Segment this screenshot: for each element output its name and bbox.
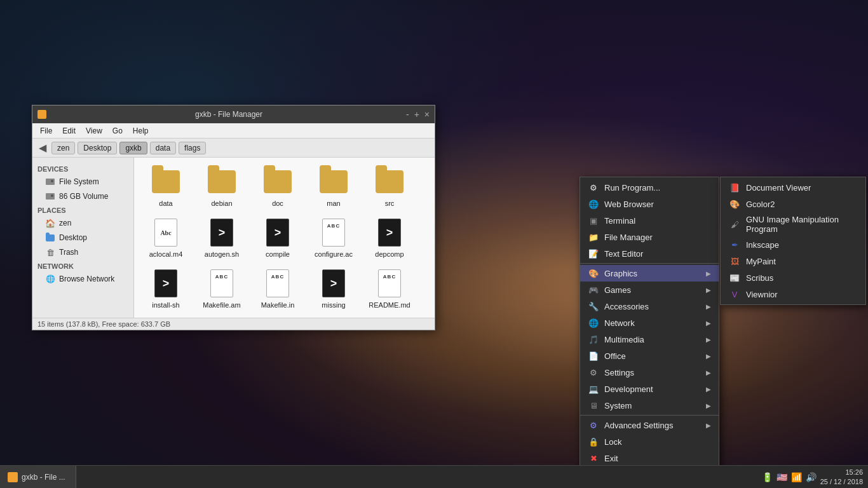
submenu-inkscape[interactable]: ✒ Inkscape	[721, 236, 865, 253]
submenu-label-viewnior: Viewnior	[746, 290, 778, 299]
file-item-src[interactable]: src	[364, 164, 415, 210]
ctx-run-program[interactable]: ⚙ Run Program...	[580, 179, 719, 196]
abc-icon-readme: ABC	[374, 268, 405, 299]
file-manager-content: DEVICES File System 86 GB Volume PLACES …	[32, 158, 435, 318]
sidebar-item-trash[interactable]: 🗑 Trash	[35, 245, 131, 259]
text-icon-aclocal: Abc	[151, 217, 181, 248]
ctx-label-accessories: Accessories	[604, 302, 649, 311]
ctx-exit[interactable]: ✖ Exit	[580, 450, 719, 466]
file-item-readme[interactable]: ABC README.md	[364, 266, 415, 311]
app-icon	[37, 110, 46, 119]
file-label-autogen: autogen.sh	[205, 250, 239, 258]
sidebar-item-browse-network[interactable]: 🌐 Browse Network	[35, 272, 131, 286]
file-item-autogen[interactable]: > autogen.sh	[196, 215, 247, 261]
ctx-separator-1	[580, 263, 719, 264]
submenu-gcolor2[interactable]: 🎨 Gcolor2	[721, 196, 865, 212]
menu-view[interactable]: View	[81, 125, 107, 137]
ctx-lock[interactable]: 🔒 Lock	[580, 433, 719, 450]
ctx-arrow-office: ▶	[706, 353, 711, 360]
network-icon: 🌐	[588, 317, 599, 329]
back-button[interactable]: ◀	[36, 142, 49, 154]
desktop-folder-icon	[45, 233, 55, 243]
file-label-man: man	[327, 200, 340, 207]
script-icon-depcomp: >	[374, 217, 405, 248]
submenu-gimp[interactable]: 🖌 GNU Image Manipulation Program	[721, 212, 865, 236]
maximize-button[interactable]: +	[414, 110, 419, 119]
minimize-button[interactable]: -	[406, 110, 409, 119]
file-label-src: src	[385, 200, 395, 207]
taskbar-file-manager[interactable]: gxkb - File ...	[0, 466, 76, 488]
file-item-compile[interactable]: > compile	[252, 215, 303, 261]
file-item-makefile-am[interactable]: ABC Makefile.am	[196, 266, 247, 311]
file-item-depcomp[interactable]: > depcomp	[364, 215, 415, 261]
ctx-network[interactable]: 🌐 Network ▶	[580, 315, 719, 331]
ctx-advanced-settings[interactable]: ⚙ Advanced Settings ▶	[580, 417, 719, 433]
status-text: 15 items (137.8 kB), Free space: 633.7 G…	[37, 320, 170, 328]
terminal-icon: ▣	[588, 215, 599, 226]
file-item-install-sh[interactable]: > install-sh	[140, 266, 191, 311]
ctx-development[interactable]: 💻 Development ▶	[580, 381, 719, 397]
file-item-doc[interactable]: doc	[252, 164, 303, 210]
ctx-label-system: System	[604, 401, 632, 410]
menu-edit[interactable]: Edit	[57, 125, 81, 137]
ctx-text-editor[interactable]: 📝 Text Editor	[580, 245, 719, 262]
battery-icon[interactable]: 🔋	[762, 472, 773, 482]
ctx-label-advanced-settings: Advanced Settings	[604, 421, 673, 430]
menu-go[interactable]: Go	[107, 125, 128, 137]
ctx-office[interactable]: 📄 Office ▶	[580, 348, 719, 364]
file-item-data[interactable]: data	[140, 164, 191, 210]
sidebar-item-desktop[interactable]: Desktop	[35, 231, 131, 245]
clock-date: 25 / 12 / 2018	[820, 477, 863, 486]
folder-icon-debian	[207, 166, 237, 197]
sidebar-item-filesystem[interactable]: File System	[35, 175, 131, 189]
window-titlebar: gxkb - File Manager - + ×	[32, 105, 435, 123]
submenu-document-viewer[interactable]: 📕 Document Viewer	[721, 179, 865, 196]
volume-icon[interactable]: 🔊	[806, 472, 817, 482]
submenu-scribus[interactable]: 📰 Scribus	[721, 269, 865, 286]
menu-file[interactable]: File	[35, 125, 57, 137]
submenu-mypaint[interactable]: 🖼 MyPaint	[721, 253, 865, 269]
gimp-icon: 🖌	[728, 219, 741, 230]
ctx-arrow-system: ▶	[706, 402, 711, 409]
viewnior-icon: V	[728, 288, 741, 300]
ctx-arrow-multimedia: ▶	[706, 336, 711, 343]
graphics-submenu: 📕 Document Viewer 🎨 Gcolor2 🖌 GNU Image …	[720, 177, 866, 305]
ctx-accessories[interactable]: 🔧 Accessories ▶	[580, 298, 719, 315]
file-item-debian[interactable]: debian	[196, 164, 247, 210]
breadcrumb-zen[interactable]: zen	[51, 142, 75, 154]
file-item-missing[interactable]: > missing	[308, 266, 359, 311]
file-item-man[interactable]: man	[308, 164, 359, 210]
keyboard-layout-icon[interactable]: 🇺🇸	[776, 472, 787, 482]
folder-icon-data	[151, 166, 181, 197]
menu-help[interactable]: Help	[128, 125, 154, 137]
ctx-games[interactable]: 🎮 Games ▶	[580, 281, 719, 298]
ctx-system[interactable]: 🖥 System ▶	[580, 397, 719, 414]
submenu-label-scribus: Scribus	[746, 273, 773, 283]
ctx-multimedia[interactable]: 🎵 Multimedia ▶	[580, 331, 719, 348]
ctx-terminal[interactable]: ▣ Terminal	[580, 212, 719, 229]
file-label-install-sh: install-sh	[152, 301, 179, 309]
breadcrumb-desktop[interactable]: Desktop	[78, 142, 117, 154]
breadcrumb-data[interactable]: data	[150, 142, 176, 154]
ctx-settings[interactable]: ⚙ Settings ▶	[580, 364, 719, 381]
ctx-file-manager[interactable]: 📁 File Manager	[580, 229, 719, 245]
sidebar-item-volume[interactable]: 86 GB Volume	[35, 189, 131, 203]
ctx-graphics[interactable]: 🎨 Graphics ▶	[580, 265, 719, 281]
breadcrumb-gxkb[interactable]: gxkb	[119, 142, 147, 154]
file-label-data: data	[159, 200, 172, 207]
taskbar-item-label: gxkb - File ...	[22, 473, 65, 482]
breadcrumb-flags[interactable]: flags	[179, 142, 206, 154]
ctx-web-browser[interactable]: 🌐 Web Browser	[580, 196, 719, 212]
file-label-debian: debian	[211, 200, 232, 207]
network-tray-icon[interactable]: 📶	[791, 472, 802, 482]
submenu-viewnior[interactable]: V Viewnior	[721, 286, 865, 302]
file-item-configure[interactable]: ABC configure.ac	[308, 215, 359, 261]
sidebar-item-zen[interactable]: 🏠 zen	[35, 216, 131, 230]
file-item-makefile-in[interactable]: ABC Makefile.in	[252, 266, 303, 311]
ctx-label-run: Run Program...	[604, 183, 660, 193]
submenu-label-mypaint: MyPaint	[746, 257, 776, 266]
exit-icon: ✖	[588, 452, 599, 464]
file-item-aclocal[interactable]: Abc aclocal.m4	[140, 215, 191, 261]
ctx-label-development: Development	[604, 384, 653, 394]
close-button[interactable]: ×	[424, 110, 430, 119]
